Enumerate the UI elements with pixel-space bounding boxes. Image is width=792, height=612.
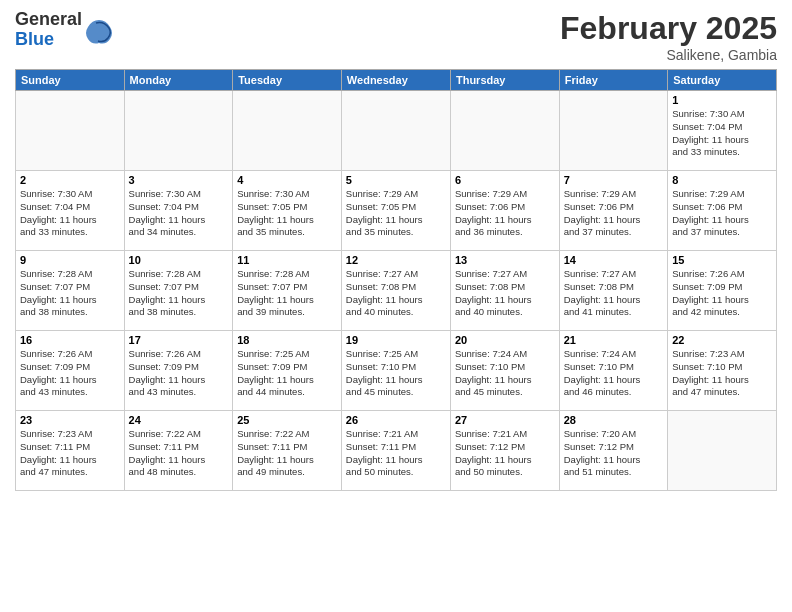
day-number: 2 xyxy=(20,174,120,186)
day-info: Sunrise: 7:27 AM Sunset: 7:08 PM Dayligh… xyxy=(455,268,555,319)
day-info: Sunrise: 7:29 AM Sunset: 7:06 PM Dayligh… xyxy=(672,188,772,239)
day-info: Sunrise: 7:21 AM Sunset: 7:11 PM Dayligh… xyxy=(346,428,446,479)
day-cell: 3Sunrise: 7:30 AM Sunset: 7:04 PM Daylig… xyxy=(124,171,233,251)
day-number: 18 xyxy=(237,334,337,346)
logo-text: General Blue xyxy=(15,10,82,50)
week-row-3: 9Sunrise: 7:28 AM Sunset: 7:07 PM Daylig… xyxy=(16,251,777,331)
day-info: Sunrise: 7:21 AM Sunset: 7:12 PM Dayligh… xyxy=(455,428,555,479)
day-info: Sunrise: 7:22 AM Sunset: 7:11 PM Dayligh… xyxy=(237,428,337,479)
day-info: Sunrise: 7:30 AM Sunset: 7:04 PM Dayligh… xyxy=(129,188,229,239)
day-cell: 6Sunrise: 7:29 AM Sunset: 7:06 PM Daylig… xyxy=(450,171,559,251)
weekday-header-saturday: Saturday xyxy=(668,70,777,91)
day-number: 20 xyxy=(455,334,555,346)
day-number: 13 xyxy=(455,254,555,266)
day-cell: 18Sunrise: 7:25 AM Sunset: 7:09 PM Dayli… xyxy=(233,331,342,411)
week-row-2: 2Sunrise: 7:30 AM Sunset: 7:04 PM Daylig… xyxy=(16,171,777,251)
day-number: 15 xyxy=(672,254,772,266)
day-number: 6 xyxy=(455,174,555,186)
day-number: 3 xyxy=(129,174,229,186)
header-row: General Blue February 2025 Salikene, Gam… xyxy=(15,10,777,63)
calendar-subtitle: Salikene, Gambia xyxy=(560,47,777,63)
day-info: Sunrise: 7:25 AM Sunset: 7:10 PM Dayligh… xyxy=(346,348,446,399)
day-cell: 2Sunrise: 7:30 AM Sunset: 7:04 PM Daylig… xyxy=(16,171,125,251)
day-info: Sunrise: 7:28 AM Sunset: 7:07 PM Dayligh… xyxy=(20,268,120,319)
day-cell: 1Sunrise: 7:30 AM Sunset: 7:04 PM Daylig… xyxy=(668,91,777,171)
day-number: 22 xyxy=(672,334,772,346)
day-info: Sunrise: 7:22 AM Sunset: 7:11 PM Dayligh… xyxy=(129,428,229,479)
day-number: 16 xyxy=(20,334,120,346)
day-number: 26 xyxy=(346,414,446,426)
day-cell xyxy=(233,91,342,171)
day-number: 28 xyxy=(564,414,663,426)
day-info: Sunrise: 7:24 AM Sunset: 7:10 PM Dayligh… xyxy=(455,348,555,399)
page-container: General Blue February 2025 Salikene, Gam… xyxy=(0,0,792,501)
day-cell xyxy=(341,91,450,171)
day-cell: 24Sunrise: 7:22 AM Sunset: 7:11 PM Dayli… xyxy=(124,411,233,491)
logo-icon xyxy=(84,15,114,45)
day-info: Sunrise: 7:30 AM Sunset: 7:05 PM Dayligh… xyxy=(237,188,337,239)
day-number: 23 xyxy=(20,414,120,426)
day-cell: 20Sunrise: 7:24 AM Sunset: 7:10 PM Dayli… xyxy=(450,331,559,411)
day-info: Sunrise: 7:30 AM Sunset: 7:04 PM Dayligh… xyxy=(672,108,772,159)
day-number: 24 xyxy=(129,414,229,426)
day-info: Sunrise: 7:26 AM Sunset: 7:09 PM Dayligh… xyxy=(129,348,229,399)
day-info: Sunrise: 7:24 AM Sunset: 7:10 PM Dayligh… xyxy=(564,348,663,399)
day-cell xyxy=(668,411,777,491)
day-cell: 19Sunrise: 7:25 AM Sunset: 7:10 PM Dayli… xyxy=(341,331,450,411)
day-info: Sunrise: 7:28 AM Sunset: 7:07 PM Dayligh… xyxy=(129,268,229,319)
logo: General Blue xyxy=(15,10,114,50)
day-info: Sunrise: 7:29 AM Sunset: 7:06 PM Dayligh… xyxy=(564,188,663,239)
day-number: 1 xyxy=(672,94,772,106)
week-row-1: 1Sunrise: 7:30 AM Sunset: 7:04 PM Daylig… xyxy=(16,91,777,171)
day-cell: 22Sunrise: 7:23 AM Sunset: 7:10 PM Dayli… xyxy=(668,331,777,411)
day-cell: 17Sunrise: 7:26 AM Sunset: 7:09 PM Dayli… xyxy=(124,331,233,411)
weekday-header-monday: Monday xyxy=(124,70,233,91)
day-cell: 16Sunrise: 7:26 AM Sunset: 7:09 PM Dayli… xyxy=(16,331,125,411)
day-info: Sunrise: 7:29 AM Sunset: 7:06 PM Dayligh… xyxy=(455,188,555,239)
day-info: Sunrise: 7:27 AM Sunset: 7:08 PM Dayligh… xyxy=(346,268,446,319)
weekday-header-sunday: Sunday xyxy=(16,70,125,91)
day-info: Sunrise: 7:23 AM Sunset: 7:11 PM Dayligh… xyxy=(20,428,120,479)
day-number: 14 xyxy=(564,254,663,266)
day-cell xyxy=(124,91,233,171)
day-number: 7 xyxy=(564,174,663,186)
day-cell: 26Sunrise: 7:21 AM Sunset: 7:11 PM Dayli… xyxy=(341,411,450,491)
weekday-header-thursday: Thursday xyxy=(450,70,559,91)
day-cell: 14Sunrise: 7:27 AM Sunset: 7:08 PM Dayli… xyxy=(559,251,667,331)
day-cell xyxy=(450,91,559,171)
day-info: Sunrise: 7:25 AM Sunset: 7:09 PM Dayligh… xyxy=(237,348,337,399)
day-cell: 27Sunrise: 7:21 AM Sunset: 7:12 PM Dayli… xyxy=(450,411,559,491)
day-number: 17 xyxy=(129,334,229,346)
day-cell: 10Sunrise: 7:28 AM Sunset: 7:07 PM Dayli… xyxy=(124,251,233,331)
weekday-header-friday: Friday xyxy=(559,70,667,91)
day-info: Sunrise: 7:27 AM Sunset: 7:08 PM Dayligh… xyxy=(564,268,663,319)
day-cell: 13Sunrise: 7:27 AM Sunset: 7:08 PM Dayli… xyxy=(450,251,559,331)
day-cell: 8Sunrise: 7:29 AM Sunset: 7:06 PM Daylig… xyxy=(668,171,777,251)
day-cell: 12Sunrise: 7:27 AM Sunset: 7:08 PM Dayli… xyxy=(341,251,450,331)
day-number: 21 xyxy=(564,334,663,346)
day-number: 8 xyxy=(672,174,772,186)
day-number: 10 xyxy=(129,254,229,266)
day-info: Sunrise: 7:26 AM Sunset: 7:09 PM Dayligh… xyxy=(672,268,772,319)
day-cell: 4Sunrise: 7:30 AM Sunset: 7:05 PM Daylig… xyxy=(233,171,342,251)
day-number: 19 xyxy=(346,334,446,346)
day-info: Sunrise: 7:23 AM Sunset: 7:10 PM Dayligh… xyxy=(672,348,772,399)
day-info: Sunrise: 7:20 AM Sunset: 7:12 PM Dayligh… xyxy=(564,428,663,479)
day-number: 25 xyxy=(237,414,337,426)
calendar-table: SundayMondayTuesdayWednesdayThursdayFrid… xyxy=(15,69,777,491)
day-cell: 23Sunrise: 7:23 AM Sunset: 7:11 PM Dayli… xyxy=(16,411,125,491)
day-info: Sunrise: 7:26 AM Sunset: 7:09 PM Dayligh… xyxy=(20,348,120,399)
day-number: 9 xyxy=(20,254,120,266)
day-info: Sunrise: 7:29 AM Sunset: 7:05 PM Dayligh… xyxy=(346,188,446,239)
day-cell: 15Sunrise: 7:26 AM Sunset: 7:09 PM Dayli… xyxy=(668,251,777,331)
calendar-title: February 2025 xyxy=(560,10,777,47)
day-cell xyxy=(16,91,125,171)
day-info: Sunrise: 7:30 AM Sunset: 7:04 PM Dayligh… xyxy=(20,188,120,239)
day-cell: 28Sunrise: 7:20 AM Sunset: 7:12 PM Dayli… xyxy=(559,411,667,491)
day-info: Sunrise: 7:28 AM Sunset: 7:07 PM Dayligh… xyxy=(237,268,337,319)
day-cell: 11Sunrise: 7:28 AM Sunset: 7:07 PM Dayli… xyxy=(233,251,342,331)
day-number: 27 xyxy=(455,414,555,426)
day-cell: 25Sunrise: 7:22 AM Sunset: 7:11 PM Dayli… xyxy=(233,411,342,491)
logo-general: General xyxy=(15,10,82,30)
day-number: 4 xyxy=(237,174,337,186)
